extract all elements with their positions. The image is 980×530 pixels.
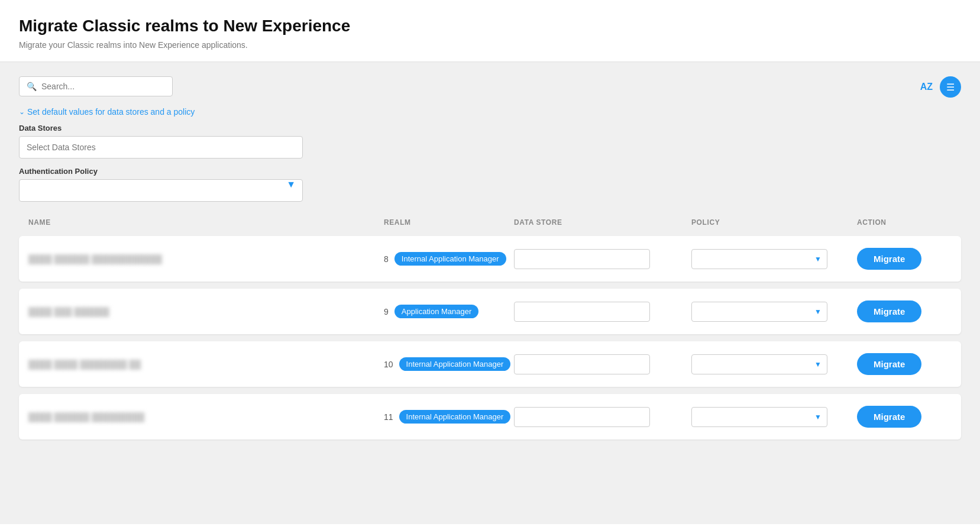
main-content: 🔍 AZ ☰ ⌄ Set default values for data sto… [0, 62, 980, 524]
row-name-3: ████ ██████ █████████ [28, 412, 384, 422]
realm-cell-2: 10 Internal Application Manager [384, 357, 514, 371]
realm-num-0: 8 [384, 254, 389, 264]
row-name-0: ████ ██████ ████████████ [28, 254, 384, 264]
datastore-input-1[interactable] [514, 302, 650, 322]
migrate-button-2[interactable]: Migrate [857, 353, 921, 375]
realm-cell-3: 11 Internal Application Manager [384, 410, 514, 424]
col-policy: POLICY [691, 218, 857, 227]
toolbar-right: AZ ☰ [920, 76, 961, 98]
row-policy-1: ▼ [691, 302, 827, 322]
search-input[interactable] [41, 82, 165, 91]
menu-button[interactable]: ☰ [940, 76, 961, 98]
realm-cell-1: 9 Application Manager [384, 305, 514, 318]
row-datastore-0 [514, 249, 691, 269]
col-datastore: DATA STORE [514, 218, 691, 227]
realm-cell-0: 8 Internal Application Manager [384, 252, 514, 266]
defaults-toggle-label: Set default values for data stores and a… [27, 107, 195, 117]
row-policy-0: ▼ [691, 249, 827, 269]
page-header: Migrate Classic realms to New Experience… [0, 0, 980, 62]
defaults-section: ⌄ Set default values for data stores and… [19, 107, 961, 202]
migrate-button-3[interactable]: Migrate [857, 406, 921, 428]
datastore-input-0[interactable] [514, 249, 650, 269]
row-datastore-3 [514, 407, 691, 427]
row-datastore-1 [514, 302, 691, 322]
menu-icon: ☰ [946, 82, 955, 93]
datastore-input-2[interactable] [514, 354, 650, 374]
search-icon: 🔍 [27, 82, 37, 91]
realm-badge-2: Internal Application Manager [399, 357, 511, 371]
table-header: NAME REALM DATA STORE POLICY ACTION [19, 214, 961, 231]
migrate-button-0[interactable]: Migrate [857, 248, 921, 270]
col-realm: REALM [384, 218, 514, 227]
auth-policy-label: Authentication Policy [19, 167, 303, 176]
row-name-2: ████ ████ ████████ ██ [28, 360, 384, 369]
table-row: ████ ██████ █████████ 11 Internal Applic… [19, 394, 961, 439]
chevron-down-icon: ⌄ [19, 108, 25, 116]
table-row: ████ ████ ████████ ██ 10 Internal Applic… [19, 341, 961, 387]
az-sort-button[interactable]: AZ [920, 82, 933, 92]
defaults-toggle[interactable]: ⌄ Set default values for data stores and… [19, 107, 961, 117]
col-action: ACTION [857, 218, 952, 227]
search-box: 🔍 [19, 76, 173, 96]
row-policy-3: ▼ [691, 407, 827, 427]
row-policy-2: ▼ [691, 354, 827, 374]
policy-select-1[interactable] [691, 302, 827, 322]
policy-select-0[interactable] [691, 249, 827, 269]
realm-badge-0: Internal Application Manager [394, 252, 506, 266]
row-action-1: Migrate [857, 300, 952, 322]
col-name: NAME [28, 218, 384, 227]
table-container: NAME REALM DATA STORE POLICY ACTION ████… [19, 214, 961, 439]
toolbar: 🔍 AZ ☰ [19, 76, 961, 98]
migrate-button-1[interactable]: Migrate [857, 300, 921, 322]
row-action-0: Migrate [857, 248, 952, 270]
realm-num-3: 11 [384, 412, 393, 422]
auth-policy-wrapper: Authentication Policy ▼ [19, 167, 303, 202]
realm-num-1: 9 [384, 307, 389, 316]
row-name-1: ████ ███ ██████ [28, 307, 384, 316]
datastore-input-3[interactable] [514, 407, 650, 427]
policy-select-3[interactable] [691, 407, 827, 427]
realm-num-2: 10 [384, 360, 393, 369]
data-stores-label: Data Stores [19, 124, 961, 132]
row-action-2: Migrate [857, 353, 952, 375]
page-subtitle: Migrate your Classic realms into New Exp… [19, 40, 961, 50]
row-datastore-2 [514, 354, 691, 374]
table-rows: ████ ██████ ████████████ 8 Internal Appl… [19, 236, 961, 439]
realm-badge-1: Application Manager [394, 305, 479, 318]
realm-badge-3: Internal Application Manager [399, 410, 511, 424]
table-row: ████ ███ ██████ 9 Application Manager ▼ … [19, 289, 961, 334]
page-wrapper: Migrate Classic realms to New Experience… [0, 0, 980, 530]
row-action-3: Migrate [857, 406, 952, 428]
table-row: ████ ██████ ████████████ 8 Internal Appl… [19, 236, 961, 282]
auth-policy-select[interactable] [19, 179, 303, 202]
data-stores-input[interactable] [19, 136, 303, 159]
policy-select-2[interactable] [691, 354, 827, 374]
page-title: Migrate Classic realms to New Experience [19, 17, 961, 35]
